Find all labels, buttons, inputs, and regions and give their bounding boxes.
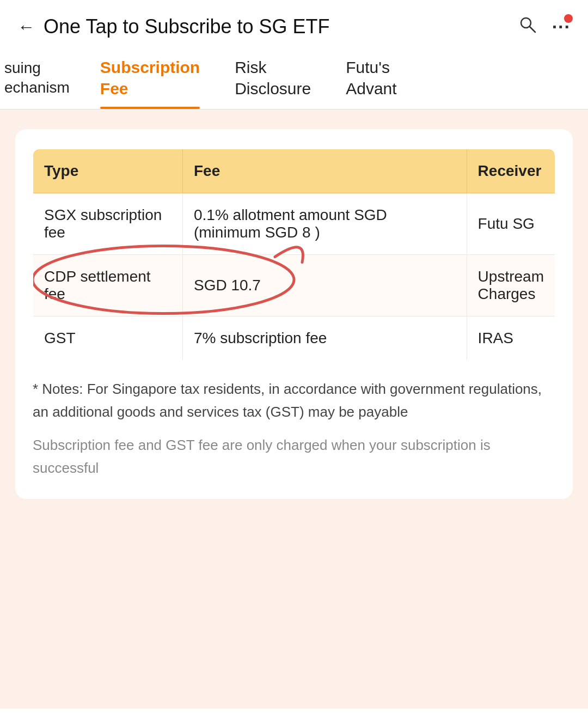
tab-subscription-fee-line1: Subscription (100, 57, 200, 78)
notification-dot (564, 14, 573, 23)
tab-issuing-line2: echanism (4, 78, 70, 97)
tab-risk-disclosure-line2: Disclosure (235, 78, 311, 99)
row1-fee: 0.1% allotment amount SGD (minimum SGD 8… (182, 193, 467, 255)
table-row: SGX subscription fee 0.1% allotment amou… (33, 193, 555, 255)
row1-receiver: Futu SG (467, 193, 555, 255)
col-header-receiver: Receiver (467, 149, 555, 193)
row2-receiver: Upstream Charges (467, 255, 555, 316)
back-icon: ← (17, 17, 35, 37)
col-header-fee: Fee (182, 149, 467, 193)
tab-bar: suing echanism Subscription Fee Risk Dis… (0, 47, 588, 109)
row2-fee: SGD 10.7 (182, 255, 467, 316)
tab-risk-disclosure-line1: Risk (235, 57, 311, 78)
notes-text-2: Subscription fee and GST fee are only ch… (33, 434, 555, 479)
tab-futus-adv-line1: Futu's (346, 57, 396, 78)
notes-text-1: * Notes: For Singapore tax residents, in… (33, 378, 555, 423)
main-content: Type Fee Receiver SGX subscription fee 0… (0, 109, 588, 709)
fee-table: Type Fee Receiver SGX subscription fee 0… (33, 149, 555, 361)
table-row-highlight: CDP settlement fee SGD 10.7 Upstream Cha… (33, 255, 555, 316)
row3-fee: 7% subscription fee (182, 316, 467, 361)
back-button[interactable]: ← (17, 17, 35, 37)
svg-line-1 (530, 27, 535, 32)
tab-subscription-fee[interactable]: Subscription Fee (85, 47, 215, 109)
search-button[interactable] (518, 15, 537, 38)
tab-futus-adv-line2: Advant (346, 78, 396, 99)
page-title: One Tap to Subscribe to SG ETF (44, 15, 518, 38)
header-icons: ··· (518, 15, 571, 38)
tab-issuing-line1: suing (4, 58, 70, 78)
row1-type: SGX subscription fee (33, 193, 183, 255)
tab-subscription-fee-line2: Fee (100, 78, 200, 99)
fee-card: Type Fee Receiver SGX subscription fee 0… (15, 129, 573, 499)
row3-type: GST (33, 316, 183, 361)
more-button[interactable]: ··· (552, 16, 571, 38)
table-row: GST 7% subscription fee IRAS (33, 316, 555, 361)
page-header: ← One Tap to Subscribe to SG ETF ··· (0, 0, 588, 47)
tab-risk-disclosure[interactable]: Risk Disclosure (215, 47, 326, 109)
tab-futus-advantage[interactable]: Futu's Advant (326, 47, 412, 109)
row3-receiver: IRAS (467, 316, 555, 361)
col-header-type: Type (33, 149, 183, 193)
tab-issuing[interactable]: suing echanism (0, 47, 85, 109)
row2-type: CDP settlement fee (33, 255, 183, 316)
